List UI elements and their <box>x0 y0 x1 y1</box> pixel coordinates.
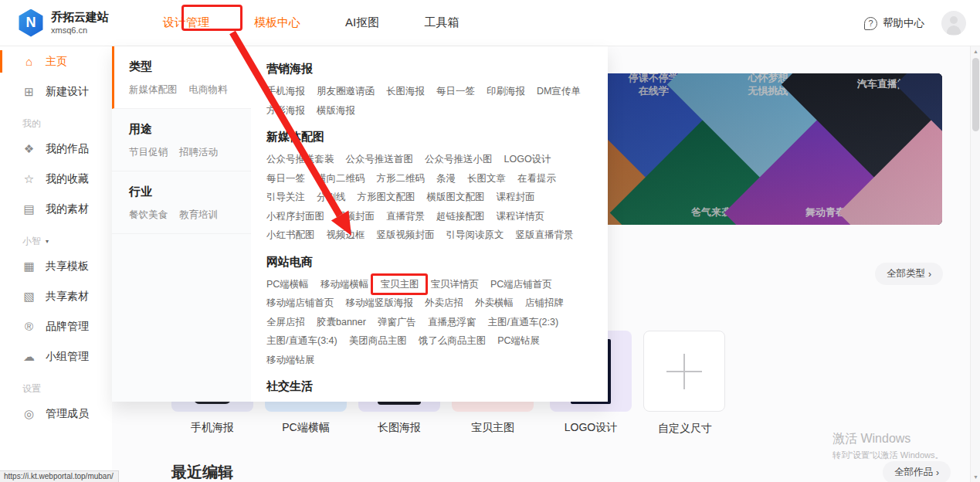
sidebar-item-主页[interactable]: ⌂主页 <box>0 46 112 76</box>
megamenu-filter-新媒体配图[interactable]: 新媒体配图 <box>129 83 178 97</box>
megamenu-filter-节目促销[interactable]: 节目促销 <box>129 146 168 159</box>
megamenu-link-直播背景[interactable]: 直播背景 <box>386 212 425 222</box>
megamenu-link-主图/直通车(3:4)[interactable]: 主图/直通车(3:4) <box>266 336 337 346</box>
template-card-label: 长图海报 <box>358 421 440 435</box>
sidebar-section-我的: 我的 <box>0 107 112 134</box>
template-card-label: LOGO设计 <box>550 421 632 435</box>
megamenu-link-主图/直通车(2:3)[interactable]: 主图/直通车(2:3) <box>487 317 558 328</box>
megamenu-link-外卖店招[interactable]: 外卖店招 <box>425 298 463 308</box>
megamenu-link-LOGO设计[interactable]: LOGO设计 <box>504 154 551 165</box>
megamenu-link-竖版直播背景[interactable]: 竖版直播背景 <box>516 230 574 240</box>
all-works-label: 全部作品 <box>894 466 933 479</box>
sidebar-item-管理成员[interactable]: ◎管理成员 <box>0 399 112 429</box>
megamenu-link-移动端竖版海报[interactable]: 移动端竖版海报 <box>346 298 414 308</box>
megamenu-link-店铺招牌[interactable]: 店铺招牌 <box>525 298 564 308</box>
megamenu-link-饿了么商品主图[interactable]: 饿了么商品主图 <box>419 336 487 346</box>
megamenu-link-视频封面[interactable]: 视频封面 <box>336 212 375 222</box>
megamenu-link-超链接配图[interactable]: 超链接配图 <box>436 212 485 222</box>
megamenu-link-长图文章[interactable]: 长图文章 <box>467 174 506 184</box>
scrollbar-thumb[interactable] <box>972 58 979 131</box>
megamenu-group-items: 节目促销招聘活动 <box>129 146 251 159</box>
megamenu-link-全屏店招[interactable]: 全屏店招 <box>266 317 305 328</box>
nav-item-AI抠图[interactable]: AI抠图 <box>345 15 379 30</box>
megamenu-link-宝贝主图[interactable]: 宝贝主图 <box>371 273 428 296</box>
megamenu-link-DM宣传单[interactable]: DM宣传单 <box>537 87 581 97</box>
link-preview-statusbar: https://i.kt.webportal.top/muban/ <box>0 470 119 482</box>
megamenu-group-items: 餐饮美食教育培训 <box>129 209 251 222</box>
megamenu-link-印刷海报[interactable]: 印刷海报 <box>487 87 525 97</box>
megamenu-filter-电商物料[interactable]: 电商物料 <box>189 83 228 97</box>
megamenu-link-分割线[interactable]: 分割线 <box>317 192 346 202</box>
sidebar-item-共享模板[interactable]: ▦共享模板 <box>0 251 112 281</box>
scroll-up-icon[interactable]: ▲ <box>971 46 980 56</box>
megamenu-link-朋友圈邀请函[interactable]: 朋友圈邀请函 <box>317 87 375 97</box>
megamenu-link-每日一签[interactable]: 每日一签 <box>266 174 305 184</box>
megamenu-link-课程封面[interactable]: 课程封面 <box>497 192 535 202</box>
user-avatar[interactable] <box>941 11 966 36</box>
megamenu-link-方形海报[interactable]: 方形海报 <box>266 106 305 116</box>
megamenu-link-小程序封面图[interactable]: 小程序封面图 <box>266 212 324 222</box>
my-assets-icon: ▤ <box>22 202 36 216</box>
logo[interactable]: N 乔拓云建站 xmsq6.cn <box>17 9 133 37</box>
megamenu-link-引导关注[interactable]: 引导关注 <box>266 192 305 202</box>
megamenu-filter-招聘活动[interactable]: 招聘活动 <box>179 146 218 159</box>
logo-texts: 乔拓云建站 xmsq6.cn <box>51 11 109 35</box>
megamenu-link-条漫[interactable]: 条漫 <box>436 174 456 184</box>
sidebar-item-共享素材[interactable]: ▧共享素材 <box>0 281 112 311</box>
sidebar-item-小组管理[interactable]: ☁小组管理 <box>0 341 112 372</box>
all-works-button[interactable]: 全部作品 › <box>883 461 951 482</box>
sidebar-item-我的素材[interactable]: ▤我的素材 <box>0 194 112 224</box>
help-icon[interactable]: ? <box>864 17 877 30</box>
sidebar-item-label: 我的收藏 <box>46 172 89 186</box>
megamenu-link-横版海报[interactable]: 横版海报 <box>317 106 355 116</box>
sidebar-item-品牌管理[interactable]: ®品牌管理 <box>0 311 112 341</box>
megamenu-link-公众号推送首图[interactable]: 公众号推送首图 <box>346 154 414 165</box>
megamenu-link-视频边框[interactable]: 视频边框 <box>327 230 365 240</box>
page-scrollbar[interactable]: ▲ ▼ <box>970 46 980 482</box>
megamenu-link-横向二维码[interactable]: 横向二维码 <box>317 174 365 184</box>
megamenu-link-每日一签[interactable]: 每日一签 <box>436 87 475 97</box>
megamenu-section-items: 公众号推送套装公众号推送首图公众号推送小图LOGO设计每日一签横向二维码方形二维… <box>266 154 597 240</box>
megamenu-link-移动端横幅[interactable]: 移动端横幅 <box>320 280 369 290</box>
megamenu-filter-餐饮美食[interactable]: 餐饮美食 <box>129 209 168 222</box>
sidebar-item-新建设计[interactable]: ⊞新建设计 <box>0 76 112 107</box>
megamenu-link-弹窗广告[interactable]: 弹窗广告 <box>378 317 416 328</box>
megamenu-link-横版图文配图[interactable]: 横版图文配图 <box>427 192 485 202</box>
megamenu-link-方形图文配图[interactable]: 方形图文配图 <box>358 192 415 202</box>
nav-item-模板中心[interactable]: 模板中心 <box>254 15 300 30</box>
megamenu-link-直播悬浮窗[interactable]: 直播悬浮窗 <box>428 317 476 328</box>
megamenu-section-items: 手机海报朋友圈邀请函长图海报每日一签印刷海报DM宣传单方形海报横版海报 <box>266 87 597 115</box>
megamenu-link-移动端钻展[interactable]: 移动端钻展 <box>266 355 315 365</box>
megamenu-link-宝贝详情页[interactable]: 宝贝详情页 <box>430 280 479 290</box>
megamenu-link-PC端店铺首页[interactable]: PC端店铺首页 <box>490 280 552 290</box>
megamenu-filter-column: 类型新媒体配图电商物料用途节目促销招聘活动行业餐饮美食教育培训 <box>112 46 251 402</box>
help-center-link[interactable]: 帮助中心 <box>883 16 924 30</box>
megamenu-link-引导阅读原文[interactable]: 引导阅读原文 <box>446 230 504 240</box>
megamenu-link-胶囊banner[interactable]: 胶囊banner <box>317 317 366 328</box>
megamenu-link-方形二维码[interactable]: 方形二维码 <box>377 174 426 184</box>
sidebar-section-小智[interactable]: 小智▾ <box>0 224 112 251</box>
windows-activation-watermark: 激活 Windows 转到"设置"以激活 Windows。 <box>832 431 944 461</box>
sidebar-item-我的作品[interactable]: ❖我的作品 <box>0 134 112 164</box>
megamenu-link-PC端横幅[interactable]: PC端横幅 <box>266 280 309 290</box>
megamenu-link-长图海报[interactable]: 长图海报 <box>386 87 425 97</box>
chevron-right-icon: › <box>936 467 939 478</box>
megamenu-link-美团商品主图[interactable]: 美团商品主图 <box>349 336 407 346</box>
megamenu-link-竖版视频封面[interactable]: 竖版视频封面 <box>377 230 435 240</box>
megamenu-link-外卖横幅[interactable]: 外卖横幅 <box>475 298 514 308</box>
megamenu-link-小红书配图[interactable]: 小红书配图 <box>266 230 315 240</box>
template-card-自定义尺寸[interactable]: 自定义尺寸 <box>643 331 725 412</box>
megamenu-link-公众号推送小图[interactable]: 公众号推送小图 <box>425 154 493 165</box>
nav-item-工具箱[interactable]: 工具箱 <box>424 15 459 30</box>
megamenu-link-公众号推送套装[interactable]: 公众号推送套装 <box>266 154 334 165</box>
all-types-button[interactable]: 全部类型 › <box>875 263 943 285</box>
megamenu-link-PC端钻展[interactable]: PC端钻展 <box>497 336 540 346</box>
sidebar-item-我的收藏[interactable]: ☆我的收藏 <box>0 164 112 194</box>
megamenu-link-在看提示[interactable]: 在看提示 <box>517 174 556 184</box>
megamenu-filter-教育培训[interactable]: 教育培训 <box>179 209 218 222</box>
nav-item-设计管理[interactable]: 设计管理 <box>163 15 209 30</box>
scroll-down-icon[interactable]: ▼ <box>971 472 980 482</box>
megamenu-link-手机海报[interactable]: 手机海报 <box>266 87 305 97</box>
megamenu-link-移动端店铺首页[interactable]: 移动端店铺首页 <box>266 298 334 308</box>
megamenu-link-课程详情页[interactable]: 课程详情页 <box>497 212 545 222</box>
